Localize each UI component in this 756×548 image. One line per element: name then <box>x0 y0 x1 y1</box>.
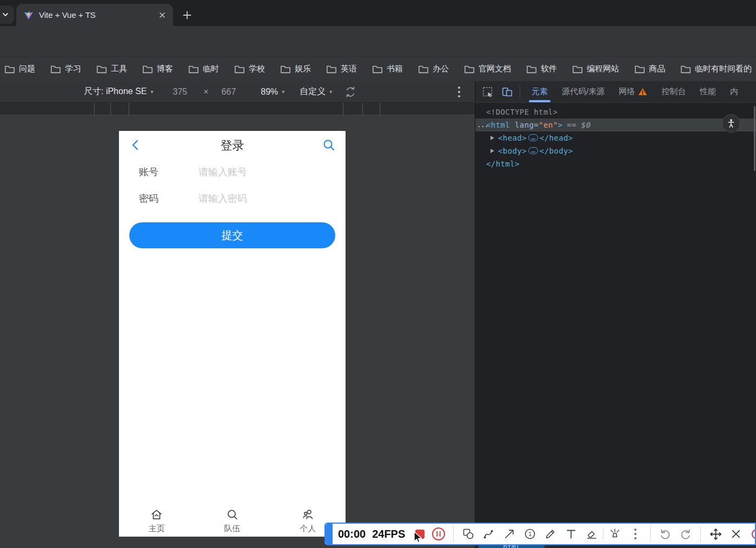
dom-node-body[interactable]: <body>…</body> <box>475 144 756 157</box>
dom-node-html[interactable]: ...<html lang="en">== $0 <box>475 118 756 131</box>
expand-arrow-icon[interactable] <box>490 136 494 140</box>
folder-icon <box>188 64 199 75</box>
move-toolbar-button[interactable] <box>705 524 726 544</box>
recorder-drag-handle[interactable] <box>326 524 333 544</box>
scrollbar-thumb[interactable] <box>754 106 755 171</box>
accessibility-overlay-button[interactable] <box>722 114 740 133</box>
bookmark-label: 临时有时间看的 <box>695 64 752 74</box>
arrow-icon <box>503 527 516 540</box>
tab-search-button[interactable] <box>0 5 14 24</box>
devtools-tab-network[interactable]: 网络 <box>612 81 654 103</box>
recording-fps: 24FPS <box>372 528 405 540</box>
bookmark-label: 博客 <box>157 64 173 74</box>
tab-label: 主页 <box>149 524 165 534</box>
dom-node-head[interactable]: <head>…</head> <box>475 131 756 144</box>
device-type-select[interactable]: 尺寸: iPhone SE <box>84 86 147 97</box>
text-icon <box>565 527 578 540</box>
tab-team[interactable]: 队伍 <box>195 505 270 537</box>
zoom-select[interactable]: 89% <box>261 87 278 97</box>
svg-text:1: 1 <box>528 531 532 537</box>
bookmark-folder[interactable]: 博客 <box>142 64 173 75</box>
tab-close-button[interactable] <box>157 10 168 21</box>
bookmark-folder[interactable]: 办公 <box>418 64 449 75</box>
dom-node-html-end[interactable]: </html> <box>475 157 756 170</box>
text-tool-button[interactable] <box>561 524 581 544</box>
devtools-tab-elements[interactable]: 元素 <box>525 81 555 103</box>
redo-button[interactable] <box>675 524 696 544</box>
divider <box>520 85 520 98</box>
bookmark-folder[interactable]: 临时有时间看的 <box>680 64 752 75</box>
pencil-icon <box>544 527 557 540</box>
folder-icon <box>50 64 61 75</box>
submit-button[interactable]: 提交 <box>129 222 335 248</box>
account-input[interactable]: 请输入账号 <box>198 166 247 179</box>
rotate-icon[interactable] <box>344 85 357 98</box>
new-tab-button[interactable] <box>178 6 196 24</box>
password-input[interactable]: 请输入密码 <box>198 192 247 205</box>
inspect-element-button[interactable] <box>481 85 495 99</box>
bookmark-label: 软件 <box>541 64 557 74</box>
device-width-input[interactable]: 375 <box>173 87 188 97</box>
bookmark-label: 工具 <box>111 64 127 74</box>
device-height-input[interactable]: 667 <box>222 87 236 97</box>
bookmark-label: 商品 <box>649 64 665 74</box>
folder-icon <box>280 64 291 75</box>
device-toolbar-menu-button[interactable] <box>454 84 464 100</box>
bookmark-folder[interactable]: 工具 <box>96 64 127 75</box>
tab-home[interactable]: 主页 <box>119 505 195 537</box>
recording-time: 00:00 <box>338 528 366 540</box>
devtools-tab-console[interactable]: 控制台 <box>654 81 693 103</box>
close-toolbar-button[interactable] <box>726 524 746 544</box>
bookmark-label: 娱乐 <box>295 64 311 74</box>
bookmark-folder[interactable]: 编程网站 <box>572 64 619 75</box>
devtools-tab-memory[interactable]: 内 <box>723 81 745 103</box>
undo-button[interactable] <box>655 524 675 544</box>
bookmark-folder[interactable]: 学习 <box>50 64 81 75</box>
bookmark-folder[interactable]: 英语 <box>326 64 357 75</box>
bookmark-label: 官网文档 <box>479 64 511 74</box>
warning-icon <box>638 88 647 96</box>
bookmark-folder[interactable]: 学校 <box>234 64 265 75</box>
bookmark-folder[interactable]: 问题 <box>4 64 35 75</box>
devtools-tab-performance[interactable]: 性能 <box>693 81 723 103</box>
device-ruler <box>0 103 475 115</box>
pause-recording-button[interactable] <box>432 527 446 541</box>
expand-ellipsis-button[interactable]: … <box>528 147 538 154</box>
shapes-icon <box>462 527 475 540</box>
navbar-search-button[interactable] <box>322 138 336 154</box>
dom-node-doctype[interactable]: <!DOCTYPE html> <box>475 105 756 118</box>
devtools-tab-sources[interactable]: 源代码/来源 <box>555 81 612 103</box>
bookmark-folder[interactable]: 书籍 <box>372 64 403 75</box>
bookmark-folder[interactable]: 官网文档 <box>464 64 511 75</box>
expand-ellipsis-button[interactable]: … <box>528 134 538 141</box>
folder-icon <box>372 64 383 75</box>
expand-arrow-icon[interactable] <box>490 149 494 153</box>
bookmark-folder[interactable]: 商品 <box>634 64 665 75</box>
device-toggle-button[interactable] <box>500 85 514 99</box>
vite-favicon <box>24 10 34 20</box>
bookmark-folder[interactable]: 临时 <box>188 64 219 75</box>
field-label: 密码 <box>139 192 158 205</box>
throttle-select[interactable]: 自定义 <box>300 86 326 97</box>
bookmark-label: 编程网站 <box>587 64 619 74</box>
tab-label: 个人 <box>300 524 316 534</box>
form-field-password[interactable]: 密码 请输入密码 <box>119 190 346 207</box>
laser-pointer-button[interactable] <box>605 524 625 544</box>
number-annotation-button[interactable]: 1 <box>520 524 540 544</box>
draw-arrow-button[interactable] <box>499 524 520 544</box>
chevron-down-icon: ▾ <box>329 89 332 95</box>
more-tools-button[interactable] <box>625 524 646 544</box>
curve-icon <box>482 527 495 540</box>
pencil-button[interactable] <box>540 524 561 544</box>
divider <box>700 526 701 542</box>
bookmark-folder[interactable]: 娱乐 <box>280 64 311 75</box>
form-field-account[interactable]: 账号 请输入账号 <box>119 164 346 180</box>
draw-curve-button[interactable] <box>479 524 499 544</box>
eraser-button[interactable] <box>581 524 602 544</box>
browser-tab[interactable]: Vite + Vue + TS <box>16 4 173 26</box>
bookmark-folder[interactable]: 软件 <box>526 64 557 75</box>
folder-icon <box>4 64 15 75</box>
draw-shapes-button[interactable] <box>458 524 479 544</box>
restart-recording-button[interactable] <box>746 524 756 544</box>
mobile-navbar: 登录 <box>119 131 346 159</box>
